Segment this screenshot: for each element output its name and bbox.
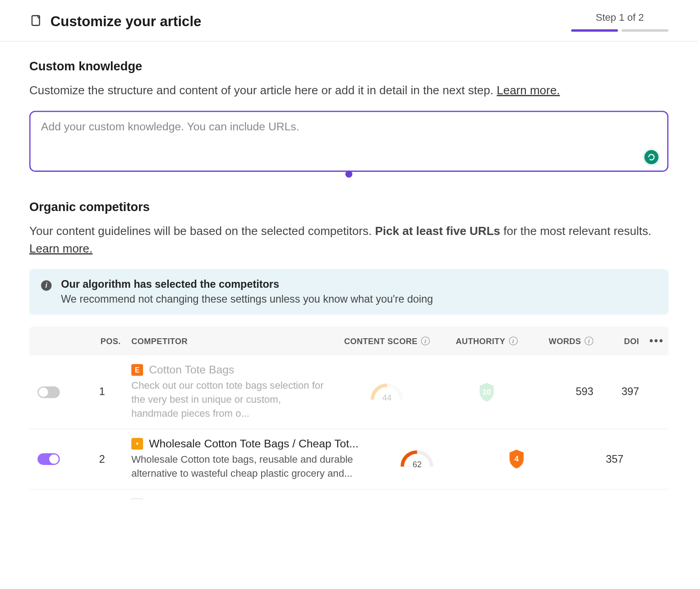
gauge-icon: 44 bbox=[371, 383, 404, 401]
page-title: Customize your article bbox=[51, 14, 202, 30]
competitor-cell[interactable]: E Cotton Tote Bags Check out our cotton … bbox=[131, 364, 328, 421]
words-cell: 593 bbox=[534, 386, 598, 398]
info-icon[interactable]: i bbox=[585, 336, 594, 345]
competitor-description: Wholesale Cotton tote bags, reusable and… bbox=[131, 453, 359, 481]
favicon-icon: E bbox=[131, 364, 143, 376]
step-indicator: Step 1 of 2 bbox=[596, 12, 644, 23]
custom-knowledge-section: Custom knowledge Customize the structure… bbox=[29, 59, 668, 174]
learn-more-link[interactable]: Learn more. bbox=[497, 84, 560, 97]
info-icon[interactable]: i bbox=[509, 336, 518, 345]
gauge-icon: 62 bbox=[401, 451, 433, 468]
organic-competitors-section: Organic competitors Your content guideli… bbox=[29, 200, 668, 500]
organic-title: Organic competitors bbox=[29, 200, 668, 214]
svg-point-2 bbox=[39, 16, 40, 17]
step-bar-1 bbox=[571, 29, 618, 32]
competitor-cell[interactable]: a Amazon.com: Set of 6 Blank Cotton Tote… bbox=[131, 498, 362, 500]
table-header: POS. COMPETITOR CONTENT SCORE i AUTHORIT… bbox=[29, 327, 668, 355]
column-words[interactable]: WORDS i bbox=[534, 336, 598, 346]
column-competitor: COMPETITOR bbox=[131, 336, 328, 346]
page-header: Customize your article Step 1 of 2 bbox=[0, 0, 698, 41]
position-cell: 1 bbox=[78, 386, 125, 398]
svg-text:4: 4 bbox=[515, 455, 519, 463]
banner-subtitle: We recommend not changing these settings… bbox=[61, 293, 433, 305]
column-authority[interactable]: AUTHORITY i bbox=[446, 336, 528, 346]
authority-cell: 4 bbox=[476, 449, 558, 470]
table-row: 3 a Amazon.com: Set of 6 Blank Cotton To… bbox=[29, 489, 668, 499]
step-bar-2 bbox=[622, 29, 668, 32]
words-cell: 357 bbox=[564, 453, 628, 465]
svg-point-1 bbox=[38, 17, 39, 18]
custom-knowledge-desc: Customize the structure and content of y… bbox=[29, 82, 668, 99]
favicon-icon: • bbox=[131, 438, 143, 450]
enable-toggle[interactable] bbox=[37, 386, 60, 398]
column-doi[interactable]: DOI bbox=[604, 336, 639, 346]
table-row: 2 • Wholesale Cotton Tote Bags / Cheap T… bbox=[29, 429, 668, 489]
grammar-check-button[interactable] bbox=[643, 148, 660, 166]
info-icon: i bbox=[41, 280, 51, 290]
info-icon[interactable]: i bbox=[421, 336, 430, 345]
shield-icon: 4 bbox=[507, 449, 526, 470]
column-content-score[interactable]: CONTENT SCORE i bbox=[334, 336, 440, 346]
svg-text:10: 10 bbox=[483, 387, 491, 396]
favicon-icon: a bbox=[131, 498, 143, 500]
more-options-button[interactable]: ••• bbox=[645, 335, 668, 347]
custom-knowledge-input[interactable] bbox=[29, 111, 668, 172]
step-progress bbox=[571, 29, 668, 32]
doi-cell: 397 bbox=[604, 386, 639, 398]
enable-toggle[interactable] bbox=[37, 453, 60, 465]
custom-knowledge-title: Custom knowledge bbox=[29, 59, 668, 73]
content-score-cell: 44 bbox=[334, 383, 440, 401]
table-row: 1 E Cotton Tote Bags Check out our cotto… bbox=[29, 355, 668, 429]
competitor-title: Wholesale Cotton Tote Bags / Cheap Tot..… bbox=[149, 437, 359, 451]
resize-handle-icon[interactable] bbox=[345, 170, 353, 178]
algorithm-info-banner: i Our algorithm has selected the competi… bbox=[29, 269, 668, 315]
competitor-title: Cotton Tote Bags bbox=[149, 364, 234, 377]
column-pos: POS. bbox=[78, 336, 125, 346]
sparkle-document-icon bbox=[29, 14, 42, 29]
shield-icon: 10 bbox=[477, 382, 496, 403]
learn-more-link[interactable]: Learn more. bbox=[29, 242, 92, 255]
organic-desc: Your content guidelines will be based on… bbox=[29, 222, 668, 258]
competitors-table: POS. COMPETITOR CONTENT SCORE i AUTHORIT… bbox=[29, 327, 668, 500]
position-cell: 2 bbox=[78, 453, 125, 465]
competitor-description: Check out our cotton tote bags selection… bbox=[131, 379, 328, 421]
authority-cell: 10 bbox=[446, 382, 528, 403]
banner-title: Our algorithm has selected the competito… bbox=[61, 279, 433, 291]
competitor-cell[interactable]: • Wholesale Cotton Tote Bags / Cheap Tot… bbox=[131, 437, 359, 481]
content-score-cell: 62 bbox=[364, 451, 470, 468]
competitor-title: Amazon.com: Set of 6 Blank Cotton Tote .… bbox=[149, 498, 362, 500]
